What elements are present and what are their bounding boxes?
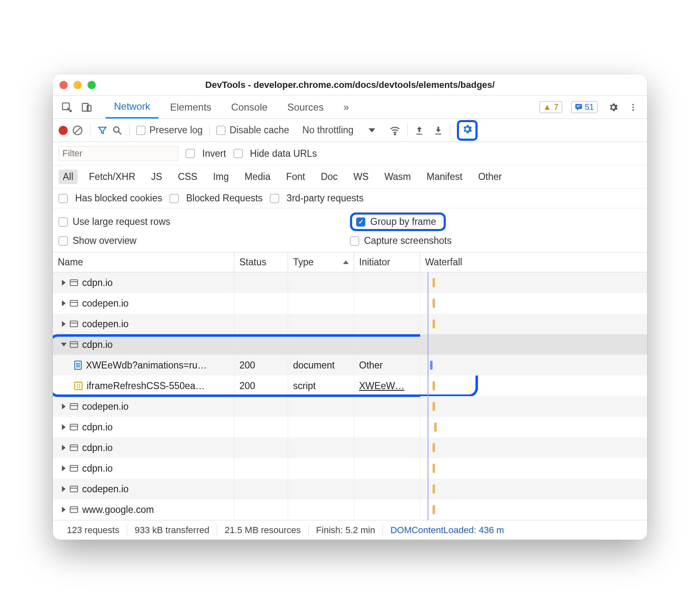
has-blocked-cookies-checkbox[interactable] (59, 194, 68, 203)
capture-screenshots-checkbox[interactable] (350, 236, 359, 246)
type-chip-all[interactable]: All (59, 170, 78, 184)
caret-icon[interactable] (62, 486, 66, 492)
row-initiator (354, 437, 420, 458)
throttling-select[interactable]: No throttling (303, 125, 375, 136)
type-chip-other[interactable]: Other (474, 170, 506, 184)
table-row[interactable]: cdpn.io (53, 334, 647, 355)
tab-more[interactable]: » (335, 96, 357, 118)
device-toggle-icon[interactable] (78, 99, 95, 116)
table-row[interactable]: codepen.io (53, 479, 647, 499)
settings-gear-icon[interactable] (605, 99, 622, 116)
tab-label: Console (231, 102, 267, 113)
blocked-requests-checkbox[interactable] (170, 194, 179, 203)
row-type (288, 417, 354, 437)
invert-checkbox[interactable] (186, 149, 195, 158)
col-status[interactable]: Status (234, 253, 288, 272)
upload-icon[interactable] (414, 125, 424, 135)
chevron-down-icon (369, 128, 375, 132)
table-header: Name Status Type Initiator Waterfall (53, 253, 647, 272)
table-row[interactable]: cdpn.io (53, 437, 647, 458)
titlebar: DevTools - developer.chrome.com/docs/dev… (53, 74, 647, 96)
col-type[interactable]: Type (288, 253, 354, 272)
disable-cache-checkbox[interactable] (216, 126, 225, 135)
has-blocked-cookies-label: Has blocked cookies (75, 193, 162, 204)
document-icon (74, 361, 82, 370)
svg-point-6 (632, 104, 634, 105)
col-waterfall[interactable]: Waterfall (420, 253, 647, 272)
type-chip-wasm[interactable]: Wasm (380, 170, 415, 184)
type-chip-media[interactable]: Media (241, 170, 275, 184)
caret-icon[interactable] (62, 321, 66, 327)
table-row[interactable]: cdpn.io (53, 458, 647, 479)
clear-icon[interactable] (72, 125, 83, 136)
table-row[interactable]: codepen.io (53, 293, 647, 314)
frame-icon (70, 300, 78, 307)
caret-icon[interactable] (62, 465, 66, 471)
hide-data-urls-label: Hide data URLs (250, 148, 317, 159)
group-by-frame-highlight: Group by frame (350, 213, 446, 231)
tab-sources[interactable]: Sources (279, 96, 332, 118)
third-party-checkbox[interactable] (270, 194, 279, 203)
row-status (234, 272, 288, 293)
svg-point-7 (632, 106, 634, 108)
caret-icon[interactable] (62, 507, 66, 512)
col-initiator[interactable]: Initiator (354, 253, 420, 272)
message-icon (575, 104, 582, 111)
capture-screenshots-label: Capture screenshots (364, 235, 452, 246)
row-type (288, 499, 354, 520)
filter-input[interactable] (59, 146, 178, 161)
record-button[interactable] (59, 126, 68, 135)
network-settings-gear-icon[interactable] (461, 123, 473, 135)
row-type (288, 396, 354, 417)
initiator-link[interactable]: XWEeW… (359, 380, 404, 392)
table-row[interactable]: XWEeWdb?animations=ru…200documentOther (53, 355, 647, 375)
inspect-icon[interactable] (59, 99, 75, 116)
search-icon[interactable] (112, 125, 123, 136)
filter-icon[interactable] (97, 125, 108, 136)
type-chip-doc[interactable]: Doc (317, 170, 342, 184)
table-row[interactable]: codepen.io (53, 314, 647, 334)
hide-data-urls-checkbox[interactable] (234, 149, 243, 158)
col-name[interactable]: Name (53, 253, 234, 272)
preserve-log-label: Preserve log (149, 125, 203, 136)
tab-network[interactable]: Network (106, 96, 158, 118)
type-chip-font[interactable]: Font (282, 170, 309, 184)
messages-badge[interactable]: 51 (571, 101, 598, 113)
warnings-badge[interactable]: ▲ 7 (539, 101, 562, 113)
caret-icon[interactable] (62, 280, 66, 286)
table-row[interactable]: ⟨⟩iframeRefreshCSS-550ea…200scriptXWEeW… (53, 375, 647, 396)
row-waterfall (420, 417, 647, 437)
show-overview-checkbox[interactable] (59, 236, 68, 246)
status-requests: 123 requests (59, 525, 127, 536)
caret-icon[interactable] (62, 445, 66, 451)
caret-icon[interactable] (61, 343, 67, 347)
caret-icon[interactable] (62, 424, 66, 430)
show-overview-setting: Show overview (59, 235, 350, 246)
table-row[interactable]: codepen.io (53, 396, 647, 417)
row-waterfall (420, 479, 647, 499)
row-waterfall (420, 375, 647, 396)
row-status (234, 396, 288, 417)
caret-icon[interactable] (62, 300, 66, 306)
filter-row-1: Invert Hide data URLs (53, 142, 647, 165)
type-chip-fetchxhr[interactable]: Fetch/XHR (85, 170, 140, 184)
row-name: cdpn.io (82, 339, 113, 350)
table-row[interactable]: cdpn.io (53, 417, 647, 437)
kebab-menu-icon[interactable] (625, 99, 641, 116)
network-conditions-icon[interactable] (389, 125, 401, 136)
type-chip-img[interactable]: Img (209, 170, 233, 184)
type-chip-js[interactable]: JS (147, 170, 166, 184)
download-icon[interactable] (433, 125, 443, 135)
row-type (288, 272, 354, 293)
type-chip-ws[interactable]: WS (349, 170, 373, 184)
preserve-log-checkbox[interactable] (136, 126, 145, 135)
tab-elements[interactable]: Elements (162, 96, 220, 118)
large-rows-checkbox[interactable] (59, 217, 68, 227)
type-chip-manifest[interactable]: Manifest (423, 170, 467, 184)
table-row[interactable]: cdpn.io (53, 272, 647, 293)
caret-icon[interactable] (62, 404, 66, 409)
tab-console[interactable]: Console (223, 96, 276, 118)
group-by-frame-checkbox[interactable] (356, 217, 365, 227)
table-row[interactable]: www.google.com (53, 499, 647, 520)
type-chip-css[interactable]: CSS (174, 170, 201, 184)
